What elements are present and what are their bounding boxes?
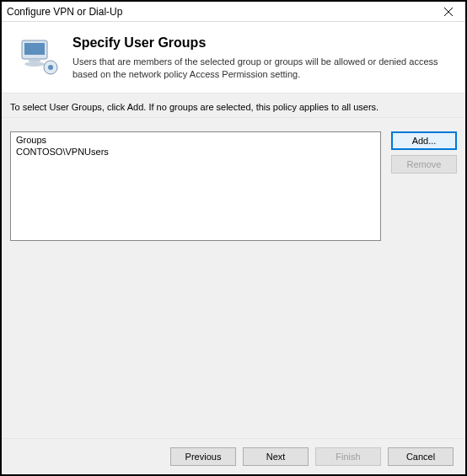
computer-network-icon bbox=[17, 35, 59, 78]
header-text-block: Specify User Groups Users that are membe… bbox=[72, 35, 450, 81]
svg-rect-4 bbox=[29, 59, 40, 62]
wizard-footer: Previous Next Finish Cancel bbox=[2, 438, 465, 474]
page-description: Users that are members of the selected g… bbox=[72, 56, 450, 81]
previous-button[interactable]: Previous bbox=[170, 447, 236, 466]
next-button[interactable]: Next bbox=[243, 447, 309, 466]
window-title: Configure VPN or Dial-Up bbox=[7, 6, 122, 18]
groups-listbox[interactable]: Groups CONTOSO\VPNUsers bbox=[10, 131, 381, 241]
content-area: Groups CONTOSO\VPNUsers Add... Remove bbox=[2, 118, 465, 438]
close-button[interactable] bbox=[432, 2, 465, 22]
cancel-button[interactable]: Cancel bbox=[388, 447, 454, 466]
add-button[interactable]: Add... bbox=[391, 131, 457, 150]
list-item[interactable]: CONTOSO\VPNUsers bbox=[16, 146, 375, 158]
side-button-group: Add... Remove bbox=[391, 131, 457, 174]
instruction-text: To select User Groups, click Add. If no … bbox=[2, 93, 465, 118]
svg-point-7 bbox=[48, 65, 53, 70]
groups-column-header: Groups bbox=[16, 134, 375, 146]
titlebar: Configure VPN or Dial-Up bbox=[2, 2, 465, 22]
close-icon bbox=[444, 8, 453, 16]
svg-rect-3 bbox=[24, 43, 45, 55]
page-heading: Specify User Groups bbox=[72, 35, 450, 51]
wizard-header: Specify User Groups Users that are membe… bbox=[2, 22, 465, 93]
svg-point-5 bbox=[24, 62, 45, 67]
finish-button: Finish bbox=[315, 447, 381, 466]
remove-button: Remove bbox=[391, 155, 457, 174]
